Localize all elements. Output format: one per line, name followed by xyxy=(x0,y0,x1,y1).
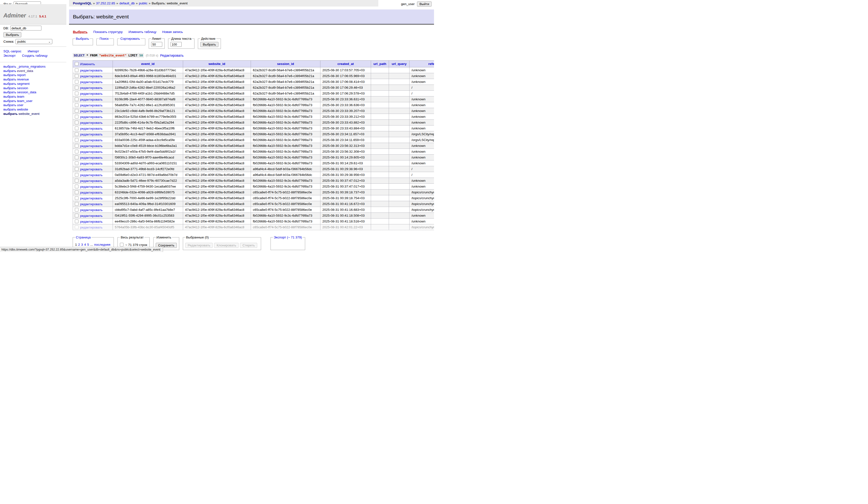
table-name-link[interactable]: event_data xyxy=(17,69,33,73)
table-name-link[interactable]: website xyxy=(17,108,28,111)
row-edit-link[interactable]: редактировать xyxy=(80,173,102,177)
row-edit-link[interactable]: редактировать xyxy=(80,202,102,206)
sidebar-link-Создать таблицу[interactable]: Создать таблицу xyxy=(22,54,48,58)
row-checkbox[interactable] xyxy=(75,80,79,83)
table-name-link[interactable]: team xyxy=(17,95,24,98)
whole-result-checkbox[interactable] xyxy=(120,243,124,246)
table-select-link[interactable]: выбрать xyxy=(3,95,16,98)
nav-Изменить таблицу[interactable]: Изменить таблицу xyxy=(128,30,156,34)
adminer-new-version-link[interactable]: 5.4.1 xyxy=(39,14,46,18)
search-link[interactable]: Поиск xyxy=(100,37,108,40)
page-link-4[interactable]: 4 xyxy=(84,243,86,246)
table-name-link[interactable]: user xyxy=(17,103,23,107)
row-checkbox[interactable] xyxy=(75,208,79,212)
row-edit-link[interactable]: редактировать xyxy=(80,86,102,90)
row-edit-link[interactable]: редактировать xyxy=(80,115,102,119)
nav-Выбрать[interactable]: Выбрать xyxy=(73,30,87,34)
row-checkbox[interactable] xyxy=(75,144,79,148)
row-checkbox[interactable] xyxy=(75,161,79,165)
row-edit-link[interactable]: редактировать xyxy=(80,98,102,101)
table-select-link[interactable]: выбрать xyxy=(3,86,16,90)
row-checkbox[interactable] xyxy=(75,68,79,72)
sort-link[interactable]: Сортировать xyxy=(120,37,140,40)
row-checkbox[interactable] xyxy=(75,86,79,89)
row-edit-link[interactable]: редактировать xyxy=(80,69,102,72)
row-checkbox[interactable] xyxy=(75,92,79,95)
page-link-2[interactable]: 2 xyxy=(78,243,80,246)
row-checkbox[interactable] xyxy=(75,109,79,113)
table-select-link[interactable]: выбрать xyxy=(3,65,16,68)
text-length-input[interactable]: 100 xyxy=(170,42,182,47)
row-edit-link[interactable]: редактировать xyxy=(80,138,102,142)
table-select-link[interactable]: выбрать xyxy=(3,103,16,107)
row-checkbox[interactable] xyxy=(75,138,79,142)
table-name-link[interactable]: report xyxy=(17,73,25,77)
row-checkbox[interactable] xyxy=(75,155,79,159)
page-link-3[interactable]: 3 xyxy=(81,243,83,246)
row-edit-link[interactable]: редактировать xyxy=(80,80,102,84)
nav-Новая запись[interactable]: Новая запись xyxy=(162,30,183,34)
modify-header-link[interactable]: Изменить xyxy=(80,62,95,66)
export-link[interactable]: Экспорт (~ 71 379) xyxy=(274,235,302,239)
sidebar-link-SQL-запрос[interactable]: SQL-запрос xyxy=(3,49,21,53)
row-checkbox[interactable] xyxy=(75,127,79,130)
row-edit-link[interactable]: редактировать xyxy=(80,144,102,148)
table-select-link[interactable]: выбрать xyxy=(3,90,16,94)
row-edit-link[interactable]: редактировать xyxy=(80,132,102,136)
table-name-link[interactable]: website_event xyxy=(19,112,40,115)
row-checkbox[interactable] xyxy=(75,121,79,124)
row-edit-link[interactable]: редактировать xyxy=(80,214,102,218)
row-checkbox[interactable] xyxy=(75,115,79,119)
table-select-link[interactable]: выбрать xyxy=(3,73,16,77)
table-select-link[interactable]: выбрать xyxy=(3,82,16,85)
row-checkbox[interactable] xyxy=(75,179,79,182)
row-checkbox[interactable] xyxy=(75,74,79,78)
select-all-checkbox[interactable] xyxy=(75,62,79,65)
breadcrumb-link[interactable]: default_db xyxy=(120,1,135,5)
edit-query-link[interactable]: Редактировать xyxy=(160,53,184,58)
row-checkbox[interactable] xyxy=(75,150,79,153)
table-name-link[interactable]: team_user xyxy=(17,99,32,103)
table-name-link[interactable]: session xyxy=(17,86,28,90)
row-edit-link[interactable]: редактировать xyxy=(80,74,102,78)
row-checkbox[interactable] xyxy=(75,214,79,217)
table-name-link[interactable]: revenue xyxy=(17,78,29,81)
column-sort-link[interactable]: referrer_path xyxy=(428,62,434,65)
row-edit-link[interactable]: редактировать xyxy=(80,220,102,223)
nav-Показать структуру[interactable]: Показать структуру xyxy=(93,30,123,34)
row-edit-link[interactable]: редактировать xyxy=(80,156,102,159)
row-checkbox[interactable] xyxy=(75,225,79,229)
breadcrumb-link[interactable]: public xyxy=(139,1,147,5)
sidebar-link-Экспорт[interactable]: Экспорт xyxy=(3,54,16,58)
limit-input[interactable]: 50 xyxy=(151,42,162,47)
page-link-5[interactable]: 5 xyxy=(87,243,89,246)
schema-select[interactable]: public ⌄ xyxy=(16,39,52,44)
row-checkbox[interactable] xyxy=(75,132,79,136)
table-name-link[interactable]: _prisma_migrations xyxy=(17,65,45,68)
row-edit-link[interactable]: редактировать xyxy=(80,150,102,154)
row-checkbox[interactable] xyxy=(75,173,79,177)
table-select-link[interactable]: выбрать xyxy=(3,78,16,81)
row-edit-link[interactable]: редактировать xyxy=(80,127,102,130)
select-columns-link[interactable]: Выбрать xyxy=(76,37,89,40)
row-edit-link[interactable]: редактировать xyxy=(80,225,102,229)
column-sort-link[interactable]: url_query xyxy=(392,62,407,65)
row-edit-link[interactable]: редактировать xyxy=(80,185,102,189)
column-sort-link[interactable]: website_id xyxy=(208,62,225,65)
page-link[interactable]: Страница xyxy=(76,235,91,239)
table-select-link[interactable]: выбрать xyxy=(3,112,18,115)
logout-button[interactable]: Выйти xyxy=(417,1,432,7)
row-checkbox[interactable] xyxy=(75,196,79,200)
row-edit-link[interactable]: редактировать xyxy=(80,121,102,124)
row-checkbox[interactable] xyxy=(75,202,79,206)
row-edit-link[interactable]: редактировать xyxy=(80,179,102,183)
row-checkbox[interactable] xyxy=(75,98,79,101)
select-submit-button[interactable]: Выбрать xyxy=(200,42,218,47)
column-sort-link[interactable]: session_id xyxy=(277,62,294,65)
row-edit-link[interactable]: редактировать xyxy=(80,191,102,194)
db-use-button[interactable]: Выбрать xyxy=(3,32,21,37)
row-edit-link[interactable]: редактировать xyxy=(80,208,102,212)
sidebar-link-Импорт[interactable]: Импорт xyxy=(28,49,39,53)
row-edit-link[interactable]: редактировать xyxy=(80,162,102,165)
column-sort-link[interactable]: event_id xyxy=(141,62,155,65)
